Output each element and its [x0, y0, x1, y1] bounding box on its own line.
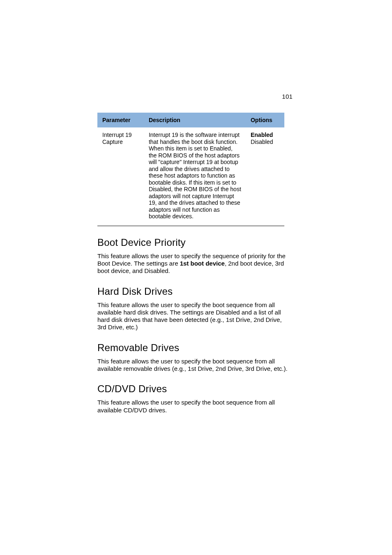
- heading-removable-drives: Removable Drives: [97, 342, 293, 354]
- para-cd-dvd-drives: This feature allows the user to specify …: [97, 399, 291, 414]
- cell-parameter: Interrupt 19 Capture: [97, 127, 144, 226]
- heading-boot-device-priority: Boot Device Priority: [97, 237, 293, 248]
- option-enabled: Enabled: [251, 132, 280, 139]
- table-header-row: Parameter Description Options: [97, 113, 284, 127]
- heading-hard-disk-drives: Hard Disk Drives: [97, 286, 293, 297]
- table-row: Interrupt 19 Capture Interrupt 19 is the…: [97, 127, 284, 226]
- th-description: Description: [144, 113, 246, 127]
- parameter-table: Parameter Description Options Interrupt …: [97, 113, 284, 226]
- th-options: Options: [246, 113, 284, 127]
- heading-cd-dvd-drives: CD/DVD Drives: [97, 383, 293, 395]
- content-area: Parameter Description Options Interrupt …: [97, 113, 293, 414]
- bold-first-boot: 1st boot device: [180, 260, 225, 267]
- para-boot-device-priority: This feature allows the user to specify …: [97, 252, 291, 275]
- th-parameter: Parameter: [97, 113, 144, 127]
- cell-description: Interrupt 19 is the software interrupt t…: [144, 127, 246, 226]
- page: 101 Parameter Description Options Interr…: [0, 0, 392, 555]
- para-hard-disk-drives: This feature allows the user to specify …: [97, 301, 291, 331]
- page-number: 101: [282, 93, 293, 100]
- option-disabled: Disabled: [251, 139, 273, 145]
- cell-options: Enabled Disabled: [246, 127, 284, 226]
- para-removable-drives: This feature allows the user to specify …: [97, 358, 291, 373]
